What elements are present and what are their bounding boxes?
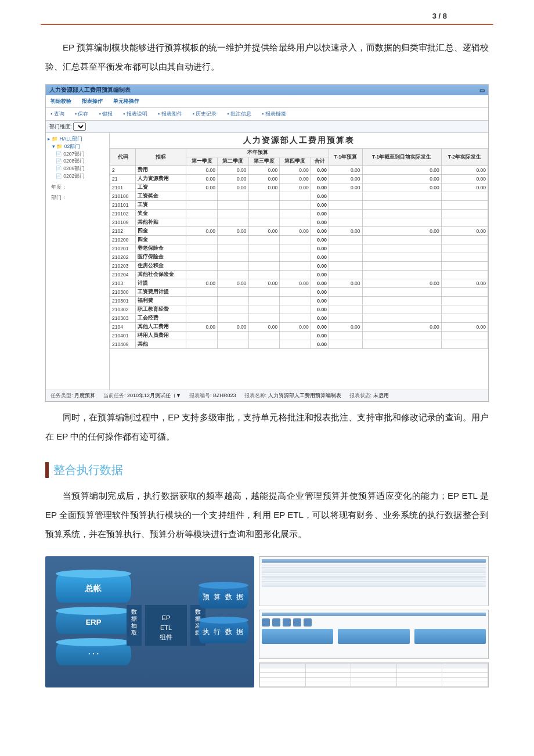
tree-year-label: 年度：	[51, 184, 67, 190]
section-heading-text: 整合执行数据	[53, 463, 123, 476]
tree-leaf[interactable]: 📄 0207部门	[48, 150, 107, 158]
etl-line3: 组件	[145, 632, 187, 642]
tree-root[interactable]: HALL部门	[60, 136, 82, 142]
toolbar-link[interactable]: ▪ 保存	[75, 110, 89, 118]
block-etl: EP ETL 组件	[145, 605, 187, 646]
cylinder-budget-data: 预 算 数 据	[199, 585, 248, 609]
dimension-row: 部门维度:	[46, 121, 488, 133]
status-report-code-label: 报表编号:	[189, 393, 212, 398]
block-extract: 数 据 抽 取	[127, 605, 142, 646]
status-report-name-label: 报表名称:	[244, 393, 267, 398]
dept-tree[interactable]: ▸ 📁 HALL部门 ▾ 📁 02部门 📄 0207部门📄 0208部门📄 02…	[46, 133, 110, 390]
arch-left-panel: 总帐 ERP · · · 数 据 抽 取 EP ETL 组件 数 据 装 载 预…	[45, 556, 254, 687]
mock-screen-3	[259, 663, 489, 687]
etl-line2: ETL	[145, 623, 187, 633]
toolbar-group-2: 报表操作	[82, 98, 103, 105]
arch-right-panel	[259, 556, 489, 687]
tree-leaf[interactable]: 📄 0208部门	[48, 157, 107, 165]
tree-dept-label: 部门：	[51, 195, 67, 200]
architecture-figure: 总帐 ERP · · · 数 据 抽 取 EP ETL 组件 数 据 装 载 预…	[45, 556, 489, 687]
tree-leaf[interactable]: 📄 0209部门	[48, 165, 107, 172]
window-title: 人力资源部人工费用预算编制表	[49, 86, 131, 94]
budget-grid[interactable]: 代码指标本年预算T-1年预算T-1年截至到目前实际发生T-2年实际发生第一季度第…	[110, 148, 488, 349]
status-report-state-label: 报表状态:	[349, 393, 372, 398]
section-heading: 整合执行数据	[45, 462, 489, 478]
mock-screen-1	[259, 556, 489, 606]
status-task-type-label: 任务类型:	[50, 393, 73, 398]
paragraph-3: 当预算编制完成后，执行数据获取的频率越高，越能提高企业管理预算并使预算适应变化的…	[45, 486, 489, 543]
toolbar-link[interactable]: ▪ 报表附件	[158, 110, 182, 118]
window-controls[interactable]: ▭	[479, 87, 485, 93]
toolbar-link[interactable]: ▪ 锁报	[99, 110, 113, 118]
status-report-state: 未启用	[373, 393, 389, 398]
status-current-task-label: 当前任务:	[103, 393, 126, 398]
paragraph-1: EP 预算编制模块能够进行预算模板的统一维护并提供给最终用户以快速录入，而数据的…	[45, 38, 489, 76]
toolbar-link[interactable]: ▪ 报表链接	[262, 110, 286, 118]
paragraph-2: 同时，在预算编制过程中，EP 支持多级审批，支持单元格批注和报表批注、支持审批和…	[45, 408, 489, 446]
tree-sub[interactable]: 02部门	[64, 143, 80, 149]
cylinder-more: · · ·	[56, 642, 131, 665]
cylinder-gl: 总帐	[56, 574, 131, 603]
screenshot-budget-editor: 人力资源部人工费用预算编制表▭ 初始校验 报表操作 单元格操作 ▪ 查询▪ 保存…	[45, 84, 489, 402]
etl-line1: EP	[145, 613, 187, 623]
status-report-code: BZHR023	[213, 393, 236, 398]
status-task-type: 月度预算	[74, 393, 95, 398]
toolbar-links: ▪ 查询▪ 保存▪ 锁报▪ 报表说明▪ 报表附件▪ 历史记录▪ 批注信息▪ 报表…	[46, 108, 488, 121]
sheet-banner: 人力资源部人工费用预算表	[110, 133, 488, 148]
toolbar-link[interactable]: ▪ 报表说明	[123, 110, 147, 118]
toolbar: 初始校验 报表操作 单元格操作	[46, 95, 488, 108]
cylinder-erp: ERP	[56, 611, 131, 634]
status-current-task[interactable]: 2010年12月测试任（▼	[127, 393, 181, 398]
page-number: 3 / 8	[41, 0, 493, 25]
toolbar-link[interactable]: ▪ 批注信息	[227, 110, 251, 118]
status-bar: 任务类型: 月度预算 当前任务: 2010年12月测试任（▼ 报表编号: BZH…	[46, 390, 488, 401]
toolbar-group-1: 初始校验	[50, 98, 71, 105]
cylinder-exec-data: 执 行 数 据	[199, 620, 248, 643]
toolbar-group-3: 单元格操作	[113, 98, 139, 105]
dimension-select[interactable]	[73, 123, 86, 131]
tree-leaf[interactable]: 📄 0202部门	[48, 172, 107, 180]
dimension-label: 部门维度:	[49, 124, 72, 129]
toolbar-link[interactable]: ▪ 历史记录	[193, 110, 217, 118]
toolbar-link[interactable]: ▪ 查询	[50, 110, 64, 118]
status-report-name: 人力资源部人工费用预算编制表	[268, 393, 341, 398]
mock-screen-2	[259, 610, 489, 660]
